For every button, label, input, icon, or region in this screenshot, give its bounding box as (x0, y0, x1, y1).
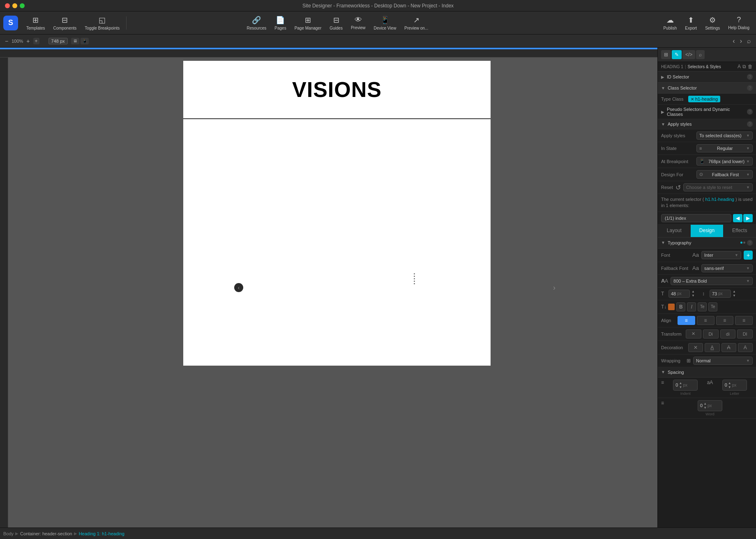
canvas-heading-text[interactable]: VISIONS (292, 77, 382, 102)
templates-button[interactable]: ⊞ Templates (23, 14, 48, 32)
text-case-button[interactable]: Te (708, 302, 717, 311)
text-format-icon[interactable]: A (738, 64, 741, 69)
grid-view-button[interactable]: ⊞ (661, 50, 671, 59)
components-icon: ⊟ (62, 16, 68, 25)
wrapping-select[interactable]: Normal ▼ (693, 357, 753, 365)
device-view-button[interactable]: 📱 Device View (371, 14, 400, 32)
letter-spacing-input[interactable]: 0 ▲ ▼ px (722, 380, 747, 391)
apply-styles-header[interactable]: ▼ Apply styles ? (658, 119, 756, 129)
resources-button[interactable]: 🔗 Resources (243, 14, 270, 32)
design-for-select[interactable]: ⊙ Fallback First ▼ (696, 170, 753, 179)
reset-select[interactable]: Choose a style to reset ▼ (683, 183, 753, 191)
id-selector-section[interactable]: ▶ ID Selector ? (658, 71, 756, 83)
duplicate-icon[interactable]: ⧉ (742, 64, 746, 69)
fallback-font-select[interactable]: sans-serif ▼ (701, 264, 753, 272)
transform-uppercase-button[interactable]: DI (737, 329, 753, 339)
export-button[interactable]: ⬆ Export (682, 14, 700, 32)
preview-on-button[interactable]: ↗ Preview on... (401, 14, 431, 32)
indent-stepper[interactable]: ▲ ▼ (679, 381, 682, 389)
canvas-collapse-left[interactable]: ‹ (731, 37, 736, 46)
style-view-button[interactable]: ✎ (672, 50, 682, 59)
align-justify-button[interactable]: ≡ (735, 316, 753, 325)
underline-button[interactable]: A (705, 343, 719, 352)
breakpoints-button[interactable]: ◱ Toggle Breakpoints (81, 14, 123, 32)
maximize-button[interactable] (20, 3, 25, 8)
search-view-button[interactable]: ⌕ (696, 50, 705, 59)
zoom-fit-button[interactable]: + (33, 38, 39, 44)
publish-button[interactable]: ☁ Publish (660, 14, 680, 32)
at-breakpoint-select[interactable]: 📱 768px (and lower) ▼ (696, 157, 753, 166)
align-right-button[interactable]: ≡ (716, 316, 734, 325)
nav-input[interactable]: (1/1) index (661, 214, 731, 222)
effects-tab[interactable]: Effects (723, 225, 756, 237)
apply-styles-help[interactable]: ? (747, 121, 753, 127)
decoration-none-button[interactable]: ✕ (688, 343, 703, 352)
canvas-header-section[interactable]: VISIONS (183, 61, 491, 119)
nav-next-button[interactable]: ▶ (743, 214, 753, 222)
font-weight-select[interactable]: 800 – Extra Bold ▼ (671, 277, 753, 285)
line-height-input[interactable]: 73 px (710, 290, 731, 298)
guides-button[interactable]: ⊟ Guides (326, 14, 346, 32)
transform-capitalize-button[interactable]: Di (703, 329, 719, 339)
in-state-select[interactable]: ≡ Regular ▼ (696, 144, 753, 152)
reset-button[interactable]: ↺ (675, 184, 681, 191)
components-button[interactable]: ⊟ Components (50, 14, 80, 32)
overline-button[interactable]: A (738, 343, 753, 352)
nav-prev-button[interactable]: ◀ (733, 214, 742, 222)
transform-lowercase-button[interactable]: di (720, 329, 736, 339)
help-button[interactable]: ? Help Dialog (725, 14, 753, 32)
canvas-expand-right[interactable]: › (738, 37, 744, 46)
page-manager-button[interactable]: ⊞ Page Manager (291, 14, 325, 32)
app-logo[interactable]: S (3, 16, 18, 30)
italic-button[interactable]: I (687, 302, 696, 311)
align-center-button[interactable]: ≡ (697, 316, 715, 325)
font-size-stepper[interactable]: ▲ ▼ (691, 290, 695, 297)
strikethrough-button[interactable]: A (721, 343, 736, 352)
zoom-out-button[interactable]: − (3, 37, 10, 45)
typography-help[interactable]: ? (747, 240, 753, 246)
id-selector-help[interactable]: ? (747, 74, 753, 80)
line-height-stepper[interactable]: ▲ ▼ (733, 290, 736, 297)
align-left-button[interactable]: ≡ (678, 316, 695, 325)
apply-styles-select[interactable]: To selected class(es) ▼ (696, 131, 753, 140)
text-spacing-button[interactable]: Te (698, 302, 707, 311)
breadcrumb-container[interactable]: Container: header-section (20, 531, 72, 536)
panel-collapse-button[interactable]: ‹ (234, 283, 243, 292)
pages-button[interactable]: 📄 Pages (271, 14, 289, 32)
minimize-button[interactable] (12, 3, 17, 8)
word-spacing-input[interactable]: 0 ▲ ▼ px (698, 400, 722, 411)
class-tag-x[interactable]: ✕ (691, 97, 694, 101)
canvas-page[interactable]: VISIONS (183, 61, 491, 366)
resize-handle[interactable] (414, 273, 415, 284)
breadcrumb-heading[interactable]: Heading 1: h1-heading (79, 531, 124, 536)
pseudo-help[interactable]: ? (747, 109, 753, 115)
pseudo-selectors-row[interactable]: ▶ Pseudo Selectors and Dynamic Classes ? (658, 105, 756, 119)
word-stepper[interactable]: ▲ ▼ (703, 402, 707, 410)
transform-none-button[interactable]: ✕ (686, 329, 701, 339)
text-color-swatch[interactable] (668, 304, 675, 310)
font-caret: ▼ (735, 253, 738, 257)
settings-button[interactable]: ⚙ Settings (702, 14, 723, 32)
design-tab[interactable]: Design (691, 225, 724, 237)
indent-input[interactable]: 0 ▲ ▼ px (673, 380, 698, 391)
layout-tab[interactable]: Layout (658, 225, 691, 237)
selectors-styles-link[interactable]: Selectors & Styles (688, 64, 721, 69)
class-tag[interactable]: ✕ h1-heading (688, 96, 720, 102)
class-selector-section[interactable]: ▼ Class Selector ? (658, 83, 756, 94)
close-button[interactable] (5, 3, 10, 8)
font-size-input[interactable]: 48 px (668, 290, 690, 298)
typography-header[interactable]: ▼ Typography ? (658, 237, 756, 249)
letter-stepper[interactable]: ▲ ▼ (728, 381, 731, 389)
class-selector-help[interactable]: ? (747, 85, 753, 91)
zoom-in-button[interactable]: + (25, 37, 31, 45)
bold-button[interactable]: B (676, 302, 685, 311)
tablet-icon[interactable]: 📱 (81, 38, 89, 44)
delete-icon[interactable]: 🗑 (748, 64, 753, 69)
font-add-button[interactable]: + (744, 251, 753, 260)
monitor-icon[interactable]: 🖥 (71, 38, 79, 44)
code-view-button[interactable]: </> (682, 50, 695, 59)
spacing-header[interactable]: ▼ Spacing (658, 367, 756, 378)
preview-button[interactable]: 👁 Preview (348, 14, 369, 32)
font-select[interactable]: Inter ▼ (701, 251, 741, 259)
canvas-search-button[interactable]: ⌕ (745, 37, 753, 46)
